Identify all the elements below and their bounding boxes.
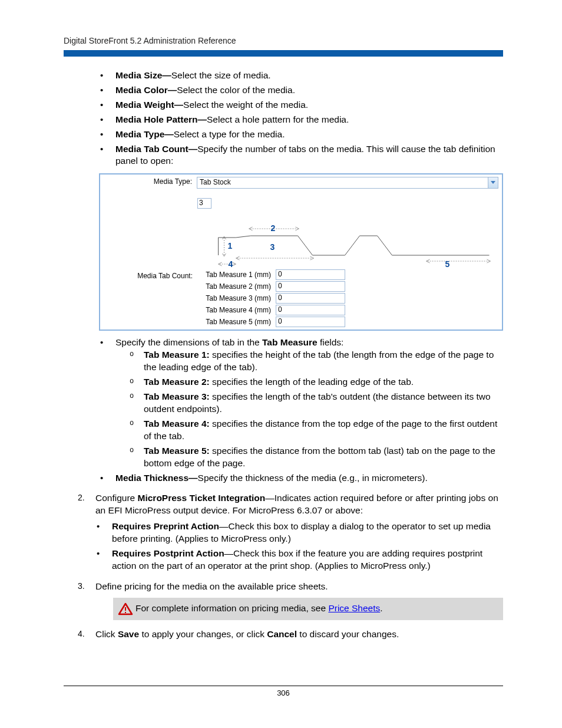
text: Select a hole pattern for the media. <box>207 114 349 124</box>
cancel-label: Cancel <box>267 629 297 639</box>
bullet-media-color: Media Color—Select the color of the medi… <box>99 84 503 97</box>
step-number: 4. <box>78 628 85 640</box>
media-type-label: Media Type: <box>100 174 197 185</box>
tab-measure-3-row: Tab Measure 3 (mm)0 <box>197 293 498 304</box>
bullet-tm2: Tab Measure 2: specifies the length of t… <box>127 376 503 388</box>
svg-text:1: 1 <box>228 241 233 251</box>
text: Select the color of the media. <box>177 85 295 95</box>
tab-measure-1-row: Tab Measure 1 (mm)0 <box>197 269 498 280</box>
text: Select a type for the media. <box>174 129 285 139</box>
svg-rect-11 <box>125 612 126 613</box>
text: Specify the dimensions of tab in the <box>115 337 262 347</box>
bullet-tm3: Tab Measure 3: specifies the length of t… <box>127 391 503 416</box>
page-header-title: Digital StoreFront 5.2 Administration Re… <box>64 35 503 47</box>
bullet-specify-tab: Specify the dimensions of tab in the Tab… <box>99 337 503 469</box>
tab-measure-4-input[interactable]: 0 <box>276 305 345 315</box>
step-3: 3. Define pricing for the media on the a… <box>78 581 503 620</box>
label: Requires Postprint Action <box>112 548 224 558</box>
t3: to discard your changes. <box>297 629 399 639</box>
header-rule <box>64 50 503 57</box>
tab-diagram: 1 2 3 4 <box>197 211 498 267</box>
media-tab-count-label: Media Tab Count: <box>100 196 197 279</box>
warning-callout: For complete information on pricing medi… <box>113 598 503 620</box>
tab-measure-5-input[interactable]: 0 <box>276 317 345 327</box>
label: Tab Measure 2: <box>144 377 210 387</box>
tab-measure-1-label: Tab Measure 1 (mm) <box>197 271 273 278</box>
label: Tab Measure 4: <box>144 419 210 429</box>
page-number: 306 <box>277 689 290 697</box>
label: Media Type— <box>115 129 174 139</box>
label: Tab Measure 5: <box>144 446 210 456</box>
label: Media Color— <box>115 85 177 95</box>
text: Specify the thickness of the media (e.g.… <box>198 473 428 483</box>
tab-measure-2-row: Tab Measure 2 (mm)0 <box>197 281 498 292</box>
step-number: 2. <box>78 492 85 503</box>
text: Define pricing for the media on the avai… <box>95 581 328 591</box>
text: specifies the length of the leading edge… <box>210 377 414 387</box>
tab-definition-panel: Media Type: Tab Stock Media Tab Count: 3 <box>99 173 503 331</box>
svg-text:2: 2 <box>271 223 276 233</box>
label: Media Size— <box>115 70 171 80</box>
bullet-postprint: Requires Postprint Action—Check this box… <box>95 548 503 572</box>
label: Requires Preprint Action <box>112 521 219 531</box>
label: MicroPress Ticket Integration <box>138 493 266 503</box>
bullet-media-weight: Media Weight—Select the weight of the me… <box>99 99 503 111</box>
bullet-media-hole: Media Hole Pattern—Select a hole pattern… <box>99 114 503 126</box>
bullet-media-type: Media Type—Select a type for the media. <box>99 129 503 141</box>
bullet-media-thickness: Media Thickness—Specify the thickness of… <box>99 472 503 485</box>
bullet-tm5: Tab Measure 5: specifies the distance fr… <box>127 445 503 470</box>
svg-rect-10 <box>125 607 126 611</box>
media-type-value: Tab Stock <box>200 178 231 186</box>
svg-text:4: 4 <box>229 259 233 267</box>
media-type-select[interactable]: Tab Stock <box>197 177 498 189</box>
label: Tab Measure <box>262 337 318 347</box>
t1: Click <box>95 629 118 639</box>
text: Configure <box>95 493 138 503</box>
bullet-tm1: Tab Measure 1: specifies the height of t… <box>127 349 503 374</box>
save-label: Save <box>118 629 139 639</box>
tab-measure-2-input[interactable]: 0 <box>276 281 345 292</box>
label: Media Weight— <box>115 100 183 110</box>
bullet-media-size: Media Size—Select the size of media. <box>99 70 503 82</box>
text: Select the weight of the media. <box>183 100 308 110</box>
callout-text-after: . <box>380 603 382 613</box>
bullet-tm4: Tab Measure 4: specifies the distance fr… <box>127 418 503 443</box>
label: Tab Measure 3: <box>144 391 210 401</box>
label: Tab Measure 1: <box>144 350 210 360</box>
tab-measure-5-row: Tab Measure 5 (mm)0 <box>197 317 498 327</box>
label: Media Thickness— <box>115 473 198 483</box>
t2: to apply your changes, or click <box>139 629 267 639</box>
svg-text:5: 5 <box>445 259 450 267</box>
step-4: 4. Click Save to apply your changes, or … <box>78 628 503 641</box>
step-2: 2. Configure MicroPress Ticket Integrati… <box>78 492 503 572</box>
price-sheets-link[interactable]: Price Sheets <box>328 603 380 613</box>
label: Media Hole Pattern— <box>115 114 207 124</box>
step-number: 3. <box>78 581 85 592</box>
callout-text-before: For complete information on pricing medi… <box>135 603 328 613</box>
tab-count-input[interactable]: 3 <box>197 198 211 209</box>
chevron-down-icon <box>488 177 498 188</box>
tab-measure-2-label: Tab Measure 2 (mm) <box>197 283 273 290</box>
tab-measure-5-label: Tab Measure 5 (mm) <box>197 318 273 325</box>
warning-icon <box>118 602 133 615</box>
page-footer: 306 <box>64 686 503 699</box>
svg-text:3: 3 <box>270 242 275 252</box>
tab-measure-4-label: Tab Measure 4 (mm) <box>197 307 273 314</box>
text: Select the size of media. <box>171 70 271 80</box>
tab-measure-3-input[interactable]: 0 <box>276 293 345 304</box>
label: Media Tab Count— <box>115 144 197 154</box>
tab-measure-3-label: Tab Measure 3 (mm) <box>197 295 273 302</box>
bullet-preprint: Requires Preprint Action—Check this box … <box>95 521 503 545</box>
tab-measure-4-row: Tab Measure 4 (mm)0 <box>197 305 498 315</box>
bullet-media-tab: Media Tab Count—Specify the number of ta… <box>99 143 503 168</box>
text2: fields: <box>318 337 344 347</box>
tab-measure-1-input[interactable]: 0 <box>276 269 345 280</box>
